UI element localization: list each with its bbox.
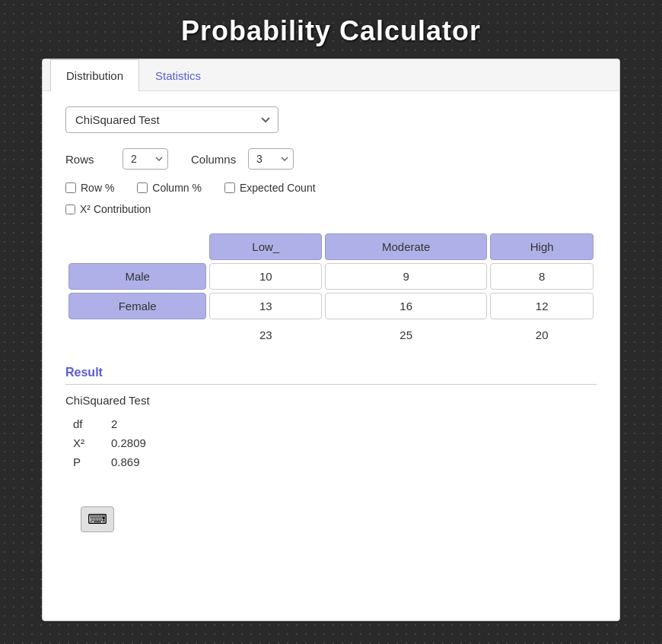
rows-select[interactable]: 1 2 3 4 5 [123,148,168,170]
keyboard-icon-bar: ⌨ [65,499,597,540]
col-header-moderate: Moderate [325,233,487,260]
checkboxes-row1: Row % Column % Expected Count [65,182,597,194]
x2-contrib-checkbox[interactable] [65,205,75,214]
row-pct-checkbox[interactable] [65,182,76,193]
col-pct-checkbox[interactable] [137,182,148,193]
stat-label-p: P [73,455,96,468]
rows-cols-row: Rows 1 2 3 4 5 Columns 2 3 4 5 6 [65,148,597,170]
result-section: Result ChiSquared Test df 2 X² 0.2809 P … [65,366,597,468]
stat-label-df: df [73,417,96,430]
total-low: 23 [209,322,322,347]
checkboxes-row2: X² Contribution [65,203,597,215]
stat-value-p: 0.869 [111,455,140,468]
stat-value-df: 2 [111,417,117,430]
data-table: Low_ Moderate High Male 10 9 8 Female 13 [65,230,597,351]
cell-female-moderate[interactable]: 16 [325,293,487,319]
total-moderate: 25 [325,322,487,347]
result-test-name: ChiSquared Test [65,394,597,407]
total-high: 20 [490,322,594,347]
page-title: Probability Calculator [181,15,481,47]
stat-row-df: df 2 [73,417,597,430]
expected-count-label[interactable]: Expected Count [224,182,316,194]
table-row: Male 10 9 8 [68,263,594,290]
row-header-male: Male [68,263,206,290]
distribution-dropdown-row: ChiSquared Test Normal Binomial Poisson … [65,106,597,133]
columns-group: Columns 2 3 4 5 6 [191,148,294,170]
stat-row-x2: X² 0.2809 [73,436,597,449]
stat-row-p: P 0.869 [73,455,597,468]
cell-male-high[interactable]: 8 [490,263,594,290]
stat-label-x2: X² [73,436,96,449]
columns-select[interactable]: 2 3 4 5 6 [248,148,294,170]
row-pct-label[interactable]: Row % [65,182,114,194]
result-title: Result [65,366,597,385]
content-area: ChiSquared Test Normal Binomial Poisson … [43,91,619,555]
cell-male-low[interactable]: 10 [209,263,322,290]
rows-label: Rows [65,153,115,166]
result-stats: df 2 X² 0.2809 P 0.869 [65,417,597,468]
keyboard-button[interactable]: ⌨ [81,506,114,532]
cell-male-moderate[interactable]: 9 [325,263,487,290]
col-pct-label[interactable]: Column % [137,182,202,194]
table-corner [68,233,206,260]
main-panel: Distribution Statistics ChiSquared Test … [42,59,620,621]
expected-count-checkbox[interactable] [224,182,235,193]
cell-female-high[interactable]: 12 [490,293,594,319]
tab-distribution[interactable]: Distribution [50,59,139,91]
row-header-female: Female [68,293,206,319]
x2-contrib-label[interactable]: X² Contribution [80,203,151,215]
col-header-high: High [490,233,594,260]
data-table-container: Low_ Moderate High Male 10 9 8 Female 13 [65,230,597,351]
keyboard-icon: ⌨ [88,511,107,528]
col-header-low: Low_ [209,233,322,260]
table-row: Female 13 16 12 [68,293,594,319]
tab-bar: Distribution Statistics [43,59,619,91]
columns-label: Columns [191,153,240,166]
cell-female-low[interactable]: 13 [209,293,322,319]
stat-value-x2: 0.2809 [111,436,146,449]
totals-label-cell [68,322,206,347]
rows-group: Rows 1 2 3 4 5 [65,148,168,170]
tab-statistics[interactable]: Statistics [139,59,217,91]
distribution-select[interactable]: ChiSquared Test Normal Binomial Poisson … [65,106,278,133]
totals-row: 23 25 20 [68,322,594,347]
